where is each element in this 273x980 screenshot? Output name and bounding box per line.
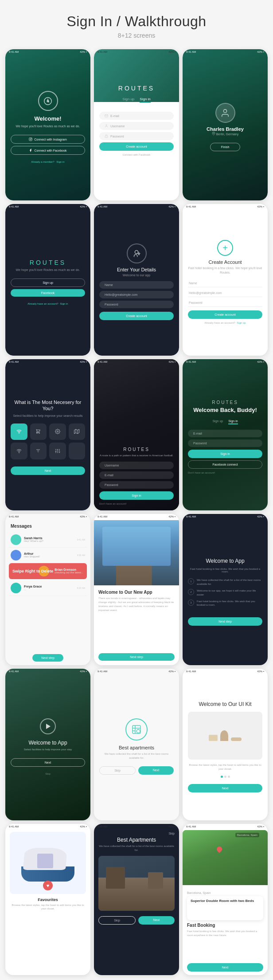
settings-icon-btn[interactable] — [49, 423, 66, 440]
wb-signup-tab[interactable]: Sign up — [212, 419, 223, 424]
facebook-btn[interactable]: Connect with Facebook — [11, 146, 85, 155]
email-field-2[interactable]: Hello@greatsimple.com — [99, 291, 174, 298]
castle-next-btn[interactable]: Next step — [98, 653, 175, 661]
status-bar-9: 9:41 AM 42% ▪ — [183, 359, 268, 365]
ca-email-field[interactable]: Hello@greatsimple.com — [188, 289, 262, 297]
svg-marker-12 — [74, 429, 79, 434]
status-bar-10: 9:41 AM 42% ▪ — [5, 514, 90, 519]
create-account-btn[interactable]: Create account — [99, 142, 174, 151]
screen-shoe: 9:41 AM 42% ▪ ♥ Favourites Browse the la… — [5, 824, 90, 975]
wb-footer: Don't have an account! — [188, 471, 262, 474]
routes-logo: ROUTES — [118, 85, 155, 92]
bad-image — [98, 856, 175, 911]
uik-content: Welcome to Our UI Kit Browse the latest … — [183, 669, 268, 820]
wb-signin-btn[interactable]: Sign in — [188, 450, 262, 458]
fb-next-btn[interactable]: Next — [187, 963, 263, 972]
connect-facebook[interactable]: Connect with Facebook — [123, 153, 151, 156]
wav-next-btn[interactable]: Next — [11, 758, 85, 767]
ca-password-field[interactable]: Password — [188, 299, 262, 307]
wb-email-field[interactable]: E-mail — [188, 430, 262, 437]
map-icon-btn[interactable] — [69, 423, 86, 440]
fb-room-type: Superior Double Room with two Beds — [191, 899, 260, 903]
wav-skip-link[interactable]: Skip — [45, 772, 51, 775]
ca-name-field[interactable]: Name — [188, 279, 262, 287]
signin-tab[interactable]: Sign in — [140, 97, 150, 103]
wal-sub: Fast hotel booking in few clicks. We wis… — [188, 568, 262, 573]
page-title: Sign In / Walkthrough — [9, 13, 264, 30]
signup-tab[interactable]: Sign up — [122, 97, 134, 103]
email-field[interactable]: E-mail — [99, 112, 174, 120]
screen-dark-routes: 9:41 AM 42% ▪ ROUTES We hope you'll love… — [5, 204, 90, 355]
uik-chair-back — [220, 730, 228, 741]
messages-title: Messages — [9, 524, 87, 529]
ba-title: Best apartments — [119, 745, 154, 750]
uik-next-btn[interactable]: Next — [188, 784, 262, 792]
create-account-btn-2[interactable]: Create account — [99, 312, 174, 320]
castle-image — [94, 520, 179, 585]
screen-necesery: 9:41 AM 42% ▪ What is The Most Necesery … — [5, 359, 90, 510]
instagram-btn[interactable]: Connect with Instagram — [11, 135, 85, 144]
username-field[interactable]: Username — [99, 122, 174, 130]
welcome-title: Welcome! — [34, 115, 61, 122]
castle-sky — [102, 527, 171, 566]
uik-chair-seat — [231, 737, 242, 741]
nec-sub: Select facilities to help improve your s… — [13, 414, 82, 418]
wifi-icon-btn[interactable] — [11, 423, 27, 440]
step-text-3: Fast hotel booking in few clicks. We wis… — [197, 600, 262, 607]
play-button[interactable] — [40, 718, 56, 734]
svg-rect-2 — [29, 138, 32, 141]
wifi2-icon-btn[interactable] — [11, 443, 27, 459]
uik-image — [188, 712, 262, 760]
password-field-2[interactable]: Password — [99, 301, 174, 308]
uik-sub: Browse the latest styles, tap the heart … — [188, 763, 262, 771]
screen-welcome-app-list: 9:41 AM 42% ▪ Welcome to App Fast hotel … — [183, 514, 268, 665]
screens-grid: 9:41 AM 42% ▪ Welcome! We hope you'll lo… — [0, 46, 273, 980]
enter-details-form: Name Hello@greatsimple.com Password Crea… — [99, 281, 174, 320]
rp-username-field[interactable]: Username — [99, 462, 174, 469]
favourite-heart-icon[interactable]: ♥ — [43, 881, 53, 890]
ba-skip-btn[interactable]: Skip — [99, 766, 136, 775]
rp-password-field[interactable]: Password — [99, 481, 174, 489]
bad-skip-btn[interactable]: Skip — [98, 916, 136, 925]
wal-next-btn[interactable]: Next step — [188, 617, 262, 626]
play-triangle-icon — [46, 724, 51, 729]
wb-signin-tab[interactable]: Sign in — [228, 419, 238, 424]
password-field[interactable]: Password — [99, 132, 174, 140]
ca-create-btn[interactable]: Create account — [188, 310, 262, 319]
dark-routes-btns: Sign up Facebook — [11, 278, 85, 299]
map-location-label: Barcelona, Spain — [235, 833, 259, 837]
step-item-3: 3 Fast hotel booking in few clicks. We w… — [188, 600, 262, 607]
swipe-right-label: Swipe Right to Delete — [12, 569, 53, 574]
shoe-shape — [21, 844, 74, 882]
sliders-icon-btn[interactable] — [49, 443, 66, 459]
rp-signin-btn[interactable]: Sign in — [99, 491, 174, 500]
map-icon — [74, 429, 79, 434]
routes-logo-area: ROUTES — [118, 59, 155, 97]
status-bar-1: 9:41 AM 42% ▪ — [5, 49, 90, 55]
wb-facebook-btn[interactable]: Facebook connect — [188, 460, 262, 469]
status-bar-16: 9:41 AM 42% ▪ — [5, 824, 90, 829]
svg-point-11 — [57, 431, 58, 432]
create-title: Create Account — [208, 259, 242, 265]
finish-btn[interactable]: Finish — [210, 143, 241, 151]
routes-photo-form: Username E-mail Password Sign in Don't h… — [99, 462, 174, 505]
signup-btn[interactable]: Sign up — [11, 278, 85, 287]
wb-password-field[interactable]: Password — [188, 439, 262, 447]
profile-avatar — [215, 103, 235, 123]
messages-next-btn[interactable]: Next step — [32, 654, 63, 662]
nec-next-btn[interactable]: Next — [11, 466, 85, 475]
wb-logo: ROUTES — [212, 400, 238, 405]
filter-icon — [35, 448, 41, 454]
settings-icon — [55, 429, 60, 434]
bad-next-btn[interactable]: Next — [138, 916, 175, 925]
filter-icon-btn[interactable] — [30, 443, 47, 459]
bad-skip-link[interactable]: Skip — [168, 832, 175, 835]
name-field[interactable]: Name — [99, 281, 174, 289]
facebook-btn[interactable]: Facebook — [11, 289, 85, 297]
ba-icon — [125, 718, 148, 741]
ba-next-btn[interactable]: Next — [138, 766, 174, 775]
restaurant-icon-btn[interactable] — [30, 423, 47, 440]
rp-email-field[interactable]: E-mail — [99, 471, 174, 479]
facebook-icon — [29, 149, 32, 152]
restaurant-icon — [35, 429, 41, 434]
